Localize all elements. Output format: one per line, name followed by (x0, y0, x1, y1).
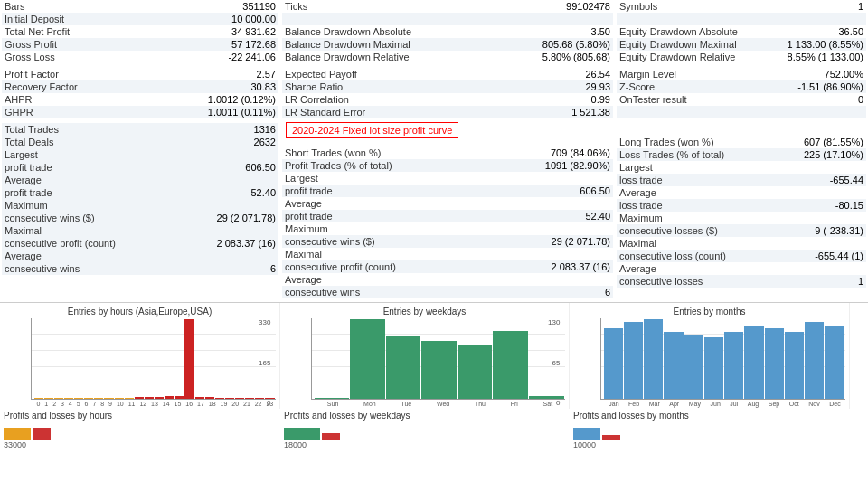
stats-row: Expected Payoff26.54 (282, 68, 613, 80)
x-label: 8 (100, 401, 104, 407)
bar (125, 398, 134, 399)
x-label: 13 (151, 401, 158, 407)
bar (785, 332, 804, 399)
stats-row: Average (282, 273, 613, 286)
stats-row: Average (2, 250, 278, 262)
months-bar-chart (600, 318, 845, 400)
weekdays-chart-title: Entries by weekdays (284, 307, 565, 317)
row-label: loss trade (619, 200, 835, 211)
x-label: 16 (185, 401, 193, 407)
x-label: 6 (85, 401, 89, 407)
x-label: Aug (748, 401, 759, 407)
stats-row: Average (617, 262, 866, 275)
row-value: 606.50 (245, 162, 276, 173)
bar (205, 397, 214, 399)
row-value: 225 (17.10%) (804, 149, 863, 160)
x-label: 5 (77, 401, 80, 407)
x-label: 17 (197, 401, 204, 407)
row-label: consecutive wins ($) (285, 236, 552, 247)
row-value: 26.54 (585, 69, 610, 80)
row-label: Average (619, 187, 863, 198)
bar (84, 398, 93, 399)
stats-col3: Symbols1Equity Drawdown Absolute36.50Equ… (615, 0, 868, 298)
row-label: Maximum (5, 200, 276, 211)
bar (64, 398, 73, 399)
hours-chart-title: Entries by hours (Asia,Europe,USA) (4, 307, 276, 317)
row-label: Initial Deposit (5, 14, 231, 24)
stats-row: Ticks99102478 (282, 0, 613, 13)
row-label: Average (5, 175, 276, 185)
stats-row: Bars351190 (2, 0, 278, 13)
stats-row: profit trade52.40 (282, 210, 613, 222)
bar (104, 398, 113, 399)
row-value: 1 (858, 1, 863, 12)
row-value: 1316 (254, 124, 276, 135)
row-label: consecutive wins (285, 287, 605, 298)
x-label: Feb (628, 401, 639, 407)
hours-x-labels: 01234567891011121314151617181920212223 (31, 401, 276, 407)
row-label: Profit Trades (% of total) (285, 160, 545, 171)
y-labels: 3301650 (259, 318, 270, 407)
row-value: 1.0012 (0.12%) (208, 94, 276, 105)
x-label: Nov (808, 401, 819, 407)
row-value: 9 (-238.31) (815, 225, 863, 236)
stats-row (617, 13, 866, 25)
bar (805, 322, 824, 399)
row-label: OnTester result (619, 94, 858, 105)
bar (245, 398, 254, 399)
row-label: Symbols (619, 1, 858, 12)
stats-row: Margin Level752.00% (617, 68, 866, 80)
y-label: 65 (548, 359, 560, 367)
row-label: LR Correlation (285, 94, 591, 105)
row-label: consecutive loss (count) (619, 251, 815, 261)
months-chart-wrapper: JanFebMarAprMayJunJulAugSepOctNovDec 130… (573, 318, 845, 407)
bar (664, 332, 683, 399)
row-label: profit trade (5, 162, 245, 173)
weekdays-chart-wrapper: SunMonTueWedThuFriSat 3301650 (284, 318, 565, 407)
x-label: 19 (221, 401, 228, 407)
row-value: 2.57 (257, 69, 276, 80)
stats-row: Maximal (2, 224, 278, 237)
x-label: Wed (437, 401, 449, 407)
months-chart-title: Entries by months (573, 307, 845, 317)
stats-row: consecutive losses ($)9 (-238.31) (617, 224, 866, 237)
row-value: -1.51 (86.90%) (797, 81, 863, 92)
stats-row (617, 118, 866, 131)
x-label: Fri (511, 401, 518, 407)
stats-row: Symbols1 (617, 0, 866, 13)
bar (235, 398, 244, 399)
y-label: 130 (548, 318, 560, 326)
bottom-months-label: Profits and losses by months (570, 409, 850, 422)
stats-row: Sharpe Ratio29.93 (282, 80, 613, 93)
bar (458, 345, 493, 399)
stats-row: Largest (617, 161, 866, 174)
row-value: 752.00% (825, 69, 863, 80)
bar (155, 397, 164, 399)
row-label: loss trade (619, 175, 830, 185)
row-label: Maximum (619, 213, 863, 223)
weekdays-bar-chart (311, 318, 565, 400)
row-value: -655.44 (830, 175, 863, 185)
stats-row: Initial Deposit10 000.00 (2, 13, 278, 25)
row-label: Recovery Factor (5, 81, 250, 92)
stats-row: Average (282, 197, 613, 210)
row-value: 1.0011 (0.11%) (208, 107, 276, 118)
row-label: Maximum (285, 223, 610, 234)
x-label: 2 (52, 401, 56, 407)
stats-row: profit trade606.50 (282, 184, 613, 197)
x-label: Mon (363, 401, 376, 407)
stats-row: OnTester result0 (617, 93, 866, 106)
stats-row: Maximal (617, 237, 866, 250)
x-label: Jan (609, 401, 618, 407)
x-label: Thu (475, 401, 486, 407)
x-label: 9 (108, 401, 112, 407)
y-labels: 130650 (548, 318, 560, 407)
row-label: Maximal (285, 249, 610, 260)
row-label: Equity Drawdown Maximal (619, 39, 788, 50)
stats-row: Average (617, 186, 866, 199)
row-label: consecutive profit (count) (285, 261, 552, 272)
x-label: Sun (327, 401, 338, 407)
bar (350, 319, 385, 399)
row-label: Maximal (619, 238, 863, 249)
row-label: Sharpe Ratio (285, 81, 585, 92)
